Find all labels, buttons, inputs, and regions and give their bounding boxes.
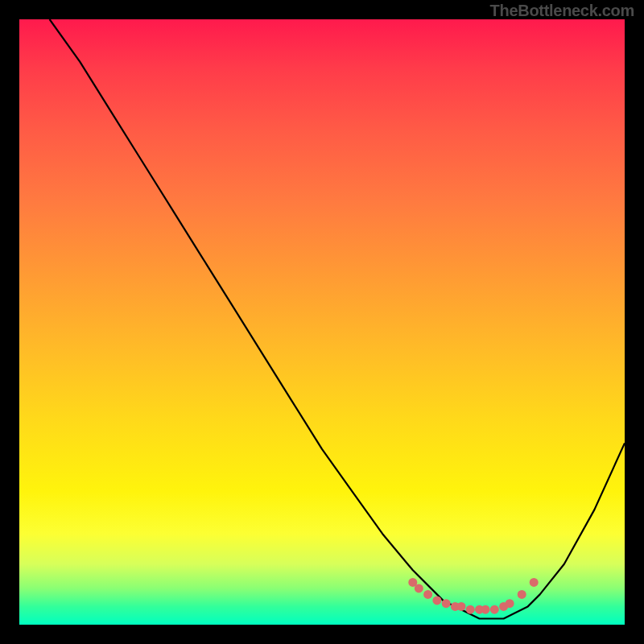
marker-dots-group [408,578,538,614]
marker-dot [415,584,423,592]
plot-area [19,19,625,625]
bottleneck-curve-svg [19,19,625,625]
marker-dot [457,602,466,611]
watermark-text: TheBottleneck.com [490,2,634,20]
marker-dot [442,599,451,608]
marker-dot [423,590,432,599]
marker-dot [466,605,475,614]
chart-container: TheBottleneck.com [0,0,644,644]
marker-dot [506,599,514,608]
marker-dot [432,596,441,605]
bottleneck-curve-path [50,19,625,619]
marker-dot [481,605,490,614]
marker-dot [490,605,499,614]
marker-dot [518,590,526,599]
marker-dot [530,578,539,587]
curve-path-group [50,19,625,619]
